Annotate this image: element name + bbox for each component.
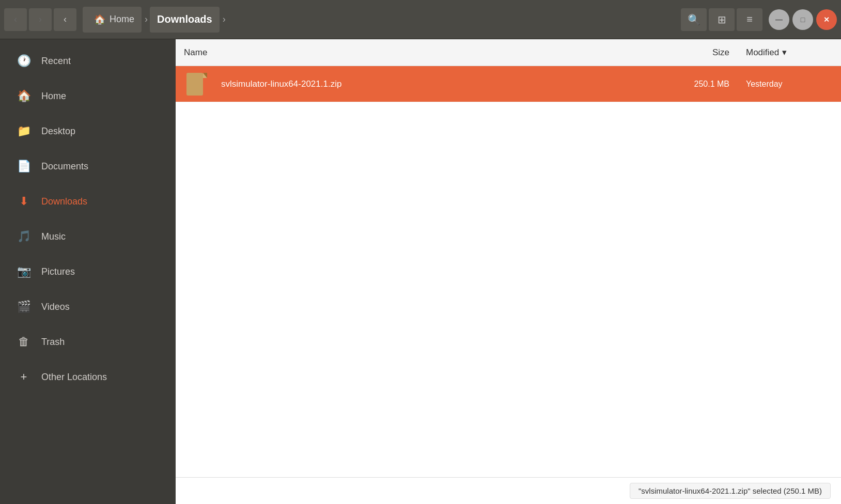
titlebar: ‹ › ‹ 🏠 Home › Downloads › 🔍 ⊞ ≡ — xyxy=(0,0,841,39)
file-modified: Yesterday xyxy=(738,80,841,89)
sidebar-item-desktop[interactable]: 📁Desktop xyxy=(4,115,172,148)
main-area: 🕐Recent🏠Home📁Desktop📄Documents⬇Downloads… xyxy=(0,39,841,504)
sidebar-item-documents[interactable]: 📄Documents xyxy=(4,150,172,183)
documents-icon: 📄 xyxy=(14,157,33,176)
recent-icon: 🕐 xyxy=(14,52,33,70)
sidebar-label-other-locations: Other Locations xyxy=(41,372,107,383)
modified-label: Modified xyxy=(746,48,779,58)
pictures-icon: 📷 xyxy=(14,262,33,281)
sidebar-label-pictures: Pictures xyxy=(41,266,75,277)
menu-button[interactable]: ≡ xyxy=(737,8,762,31)
file-size: 250.1 MB xyxy=(655,80,738,89)
search-button[interactable]: 🔍 xyxy=(681,8,707,31)
downloads-icon: ⬇ xyxy=(14,192,33,211)
videos-icon: 🎬 xyxy=(14,297,33,316)
size-column-header: Size xyxy=(655,48,738,58)
current-path-label: Downloads xyxy=(157,13,212,25)
minimize-icon: — xyxy=(775,15,783,24)
sidebar-item-home[interactable]: 🏠Home xyxy=(4,80,172,113)
window-controls: — □ ✕ xyxy=(769,9,837,30)
sidebar-label-trash: Trash xyxy=(41,337,65,348)
breadcrumb-separator: › xyxy=(145,14,148,25)
sidebar-item-downloads[interactable]: ⬇Downloads xyxy=(4,185,172,218)
sidebar-label-downloads: Downloads xyxy=(41,196,87,207)
back-icon: ‹ xyxy=(14,14,17,25)
close-icon: ✕ xyxy=(823,15,830,24)
sidebar-label-music: Music xyxy=(41,231,66,242)
modified-column-header: Modified ▾ xyxy=(738,47,841,58)
back-button[interactable]: ‹ xyxy=(4,8,27,31)
svg-rect-0 xyxy=(186,73,203,96)
music-icon: 🎵 xyxy=(14,227,33,246)
prev-location-icon: ‹ xyxy=(64,14,67,25)
sidebar-label-desktop: Desktop xyxy=(41,126,75,137)
home-breadcrumb[interactable]: 🏠 Home xyxy=(83,7,142,33)
file-list: svlsimulator-linux64-2021.1.zip250.1 MBY… xyxy=(176,66,841,477)
grid-view-button[interactable]: ⊞ xyxy=(709,8,735,31)
close-button[interactable]: ✕ xyxy=(816,9,837,30)
status-bar: "svlsimulator-linux64-2021.1.zip" select… xyxy=(176,477,841,504)
name-column-header: Name xyxy=(176,48,655,58)
home-icon: 🏠 xyxy=(94,14,105,25)
forward-icon: › xyxy=(39,14,42,25)
home-icon: 🏠 xyxy=(14,87,33,105)
breadcrumb: 🏠 Home › Downloads › xyxy=(83,7,380,33)
file-browser: Name Size Modified ▾ svlsimulator-linux6… xyxy=(176,39,841,504)
file-icon-cell xyxy=(176,73,217,96)
minimize-button[interactable]: — xyxy=(769,9,789,30)
trash-icon: 🗑 xyxy=(14,333,33,351)
grid-view-icon: ⊞ xyxy=(718,13,726,26)
forward-button[interactable]: › xyxy=(29,8,52,31)
home-label: Home xyxy=(110,14,134,25)
sidebar-item-pictures[interactable]: 📷Pictures xyxy=(4,255,172,288)
sidebar-item-recent[interactable]: 🕐Recent xyxy=(4,44,172,77)
sidebar: 🕐Recent🏠Home📁Desktop📄Documents⬇Downloads… xyxy=(0,39,176,504)
file-list-header: Name Size Modified ▾ xyxy=(176,39,841,66)
other-locations-icon: + xyxy=(14,368,33,386)
sidebar-label-home: Home xyxy=(41,91,66,102)
sidebar-item-other-locations[interactable]: +Other Locations xyxy=(4,360,172,393)
sort-indicator: ▾ xyxy=(782,47,787,58)
current-location-breadcrumb[interactable]: Downloads xyxy=(150,7,220,33)
sidebar-item-videos[interactable]: 🎬Videos xyxy=(4,290,172,323)
sidebar-item-music[interactable]: 🎵Music xyxy=(4,220,172,253)
menu-icon: ≡ xyxy=(746,13,753,25)
breadcrumb-next-arrow: › xyxy=(223,14,226,25)
file-name: svlsimulator-linux64-2021.1.zip xyxy=(217,79,655,89)
prev-location-button[interactable]: ‹ xyxy=(54,8,76,31)
search-icon: 🔍 xyxy=(688,13,700,26)
maximize-icon: □ xyxy=(801,15,805,24)
maximize-button[interactable]: □ xyxy=(792,9,813,30)
desktop-icon: 📁 xyxy=(14,122,33,140)
sidebar-item-trash[interactable]: 🗑Trash xyxy=(4,325,172,358)
sidebar-label-recent: Recent xyxy=(41,56,71,67)
titlebar-actions: 🔍 ⊞ ≡ xyxy=(681,8,762,31)
sidebar-label-documents: Documents xyxy=(41,161,88,172)
sidebar-label-videos: Videos xyxy=(41,302,70,312)
status-text: "svlsimulator-linux64-2021.1.zip" select… xyxy=(630,483,831,499)
table-row[interactable]: svlsimulator-linux64-2021.1.zip250.1 MBY… xyxy=(176,66,841,102)
